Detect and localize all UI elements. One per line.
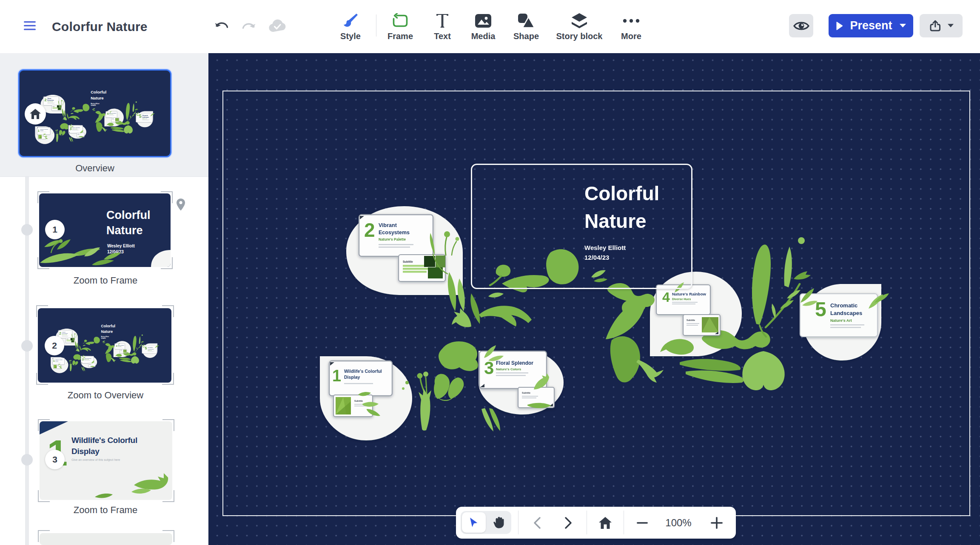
svg-text:Display: Display	[71, 447, 100, 456]
svg-text:Give an overview of this subje: Give an overview of this subject here	[71, 458, 120, 462]
svg-text:Colorful: Colorful	[106, 209, 150, 221]
svg-text:Nature: Nature	[106, 224, 143, 237]
svg-text:Wesley Elliott: Wesley Elliott	[107, 244, 135, 248]
svg-text:Wildlife's Colorful: Wildlife's Colorful	[71, 436, 137, 445]
